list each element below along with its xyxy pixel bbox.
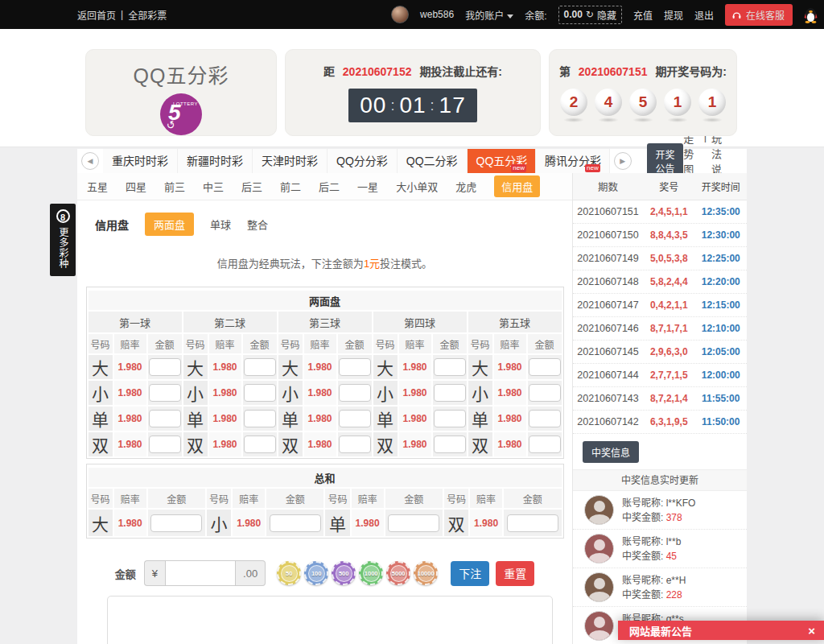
bet-option-大-ball5[interactable]: 大 xyxy=(468,355,492,379)
bet-option-小-ball2[interactable]: 小 xyxy=(183,381,208,405)
bet-option-sum-小[interactable]: 小 xyxy=(207,510,231,536)
amount-input[interactable] xyxy=(339,384,371,402)
tab-QQ五分彩[interactable]: QQ五分彩new xyxy=(468,149,536,173)
subtab-一星[interactable]: 一星 xyxy=(357,179,378,194)
my-account-menu[interactable]: 我的账户 xyxy=(465,8,513,22)
qq-penguin-icon[interactable] xyxy=(804,6,818,23)
tabs-next-arrow-icon[interactable]: ▶ xyxy=(614,152,632,170)
amount-input[interactable] xyxy=(529,358,561,376)
subtab-龙虎[interactable]: 龙虎 xyxy=(455,179,476,194)
amount-input[interactable] xyxy=(434,436,466,453)
bet-option-大-ball2[interactable]: 大 xyxy=(183,355,208,379)
amount-input[interactable] xyxy=(149,436,181,453)
withdraw-link[interactable]: 提现 xyxy=(664,8,683,22)
username: web586 xyxy=(420,9,454,20)
bet-option-大-ball4[interactable]: 大 xyxy=(373,355,398,379)
amount-input[interactable] xyxy=(529,436,561,453)
bet-option-双-ball5[interactable]: 双 xyxy=(468,432,492,456)
chip-10000[interactable]: 10000 xyxy=(414,561,438,585)
tab-天津时时彩[interactable]: 天津时时彩 xyxy=(253,149,328,173)
bet-option-单-ball5[interactable]: 单 xyxy=(468,407,492,431)
bet-option-大-ball3[interactable]: 大 xyxy=(278,355,303,379)
subtab-后三[interactable]: 后三 xyxy=(241,179,262,194)
tab-新疆时时彩[interactable]: 新疆时时彩 xyxy=(178,149,253,173)
amount-input[interactable] xyxy=(149,358,181,376)
winner-info-button[interactable]: 中奖信息 xyxy=(583,441,639,463)
amount-input[interactable] xyxy=(434,384,466,402)
bet-option-小-ball4[interactable]: 小 xyxy=(373,381,398,405)
amount-input[interactable] xyxy=(339,410,371,427)
amount-input[interactable] xyxy=(270,514,321,532)
bet-option-单-ball4[interactable]: 单 xyxy=(373,407,398,431)
amount-input[interactable] xyxy=(244,384,276,402)
bet-option-sum-单[interactable]: 单 xyxy=(325,510,349,536)
amount-input[interactable] xyxy=(149,384,181,402)
amount-input[interactable] xyxy=(244,436,276,453)
chip-1000[interactable]: 1000 xyxy=(359,561,383,585)
refresh-icon[interactable]: ↻ xyxy=(586,9,594,20)
amount-input[interactable] xyxy=(149,410,181,427)
more-lottery-badge[interactable]: 8 更多彩种 xyxy=(50,204,76,276)
chip-50[interactable]: 50 xyxy=(277,561,301,585)
tabs-prev-arrow-icon[interactable]: ◀ xyxy=(81,152,99,170)
bet-option-大-ball1[interactable]: 大 xyxy=(89,355,113,379)
bet-option-双-ball1[interactable]: 双 xyxy=(89,432,113,456)
online-service-button[interactable]: 在线客服 xyxy=(725,4,793,26)
tab-QQ分分彩[interactable]: QQ分分彩 xyxy=(328,149,398,173)
play-mode-单球[interactable]: 单球 xyxy=(210,217,231,232)
amount-input[interactable] xyxy=(434,410,466,427)
recharge-link[interactable]: 充值 xyxy=(633,8,653,22)
subtab-前二[interactable]: 前二 xyxy=(280,179,301,194)
betting-column: 五星四星前三中三后三前二后二一星大小单双龙虎信用盘 信用盘 两面盘单球整合 信用… xyxy=(77,173,573,644)
chip-5000[interactable]: 5000 xyxy=(386,561,410,585)
subtab-前三[interactable]: 前三 xyxy=(164,179,185,194)
amount-input[interactable] xyxy=(507,514,558,532)
amount-input[interactable] xyxy=(339,436,371,453)
amount-input[interactable] xyxy=(529,410,561,427)
amount-input[interactable] xyxy=(244,358,276,376)
subtab-后二[interactable]: 后二 xyxy=(319,179,340,194)
bet-option-单-ball3[interactable]: 单 xyxy=(278,407,303,431)
tab-腾讯分分彩[interactable]: 腾讯分分彩new xyxy=(536,149,610,173)
amount-input[interactable] xyxy=(150,514,202,532)
close-icon[interactable]: × xyxy=(808,624,815,638)
all-lottery-link[interactable]: 全部彩票 xyxy=(128,8,167,22)
bet-option-小-ball5[interactable]: 小 xyxy=(468,381,492,405)
last-draw-card: 第 20210607151 期开奖号码为: 24511 xyxy=(549,49,737,136)
bet-option-小-ball1[interactable]: 小 xyxy=(89,381,113,405)
play-mode-整合[interactable]: 整合 xyxy=(247,217,268,232)
play-mode-两面盘[interactable]: 两面盘 xyxy=(145,213,194,236)
subtab-四星[interactable]: 四星 xyxy=(126,179,146,194)
bet-option-单-ball2[interactable]: 单 xyxy=(183,407,208,431)
tab-重庆时时彩[interactable]: 重庆时时彩 xyxy=(103,149,178,173)
amount-input[interactable] xyxy=(339,358,371,376)
bet-option-sum-大[interactable]: 大 xyxy=(89,510,113,536)
home-link[interactable]: 返回首页 xyxy=(77,8,116,22)
chip-500[interactable]: 500 xyxy=(332,561,356,585)
logout-link[interactable]: 退出 xyxy=(694,8,714,22)
chip-100[interactable]: 100 xyxy=(304,561,328,585)
amount-input[interactable] xyxy=(388,514,439,532)
odds-value: 1.980 xyxy=(114,355,146,379)
amount-cell xyxy=(338,407,372,431)
bet-option-单-ball1[interactable]: 单 xyxy=(89,407,113,431)
winner-item: 账号昵称: l**KFO中奖金额: 378 xyxy=(573,491,747,530)
amount-cell xyxy=(243,407,277,431)
bet-option-双-ball4[interactable]: 双 xyxy=(373,432,398,456)
subtab-五星[interactable]: 五星 xyxy=(87,179,108,194)
bet-option-小-ball3[interactable]: 小 xyxy=(278,381,303,405)
reset-button[interactable]: 重置 xyxy=(496,561,534,586)
tab-QQ二分彩[interactable]: QQ二分彩 xyxy=(398,149,468,173)
bet-amount-input[interactable] xyxy=(165,560,236,586)
hide-balance-button[interactable]: 隐藏 xyxy=(597,8,616,22)
subtab-信用盘[interactable]: 信用盘 xyxy=(494,175,540,197)
amount-input[interactable] xyxy=(244,410,276,427)
bet-option-sum-双[interactable]: 双 xyxy=(444,510,468,536)
place-bet-button[interactable]: 下注 xyxy=(451,561,489,586)
amount-input[interactable] xyxy=(434,358,466,376)
subtab-大小单双[interactable]: 大小单双 xyxy=(396,179,438,194)
amount-input[interactable] xyxy=(529,384,561,402)
subtab-中三[interactable]: 中三 xyxy=(203,179,224,194)
bet-option-双-ball2[interactable]: 双 xyxy=(183,432,208,456)
bet-option-双-ball3[interactable]: 双 xyxy=(278,432,303,456)
